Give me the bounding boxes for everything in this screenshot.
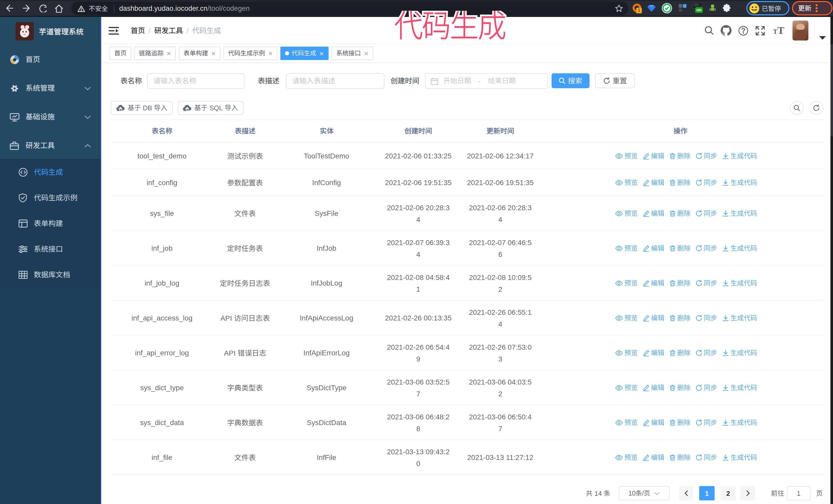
svg-text:/: / — [642, 490, 644, 497]
svg-text:10: 10 — [629, 490, 636, 497]
svg-text:14: 14 — [594, 490, 602, 497]
svg-text:SQL: SQL — [210, 104, 223, 111]
svg-text:DB: DB — [143, 104, 152, 111]
